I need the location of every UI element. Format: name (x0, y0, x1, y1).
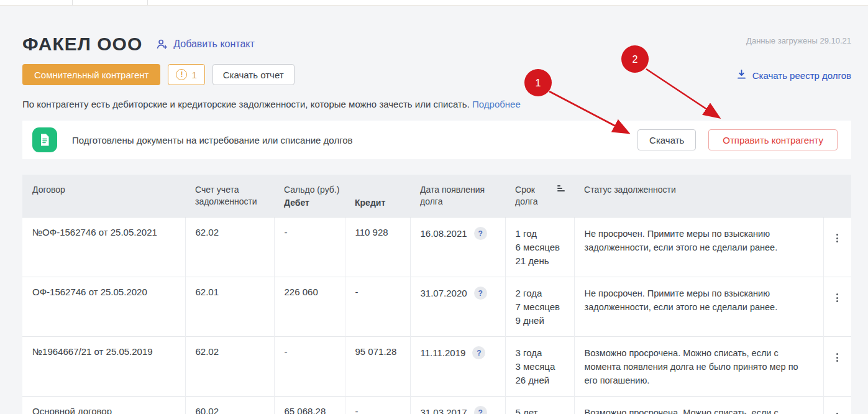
cell-contract: №1964667/21 от 25.05.2019 (22, 337, 185, 397)
cell-term: 1 год 6 месяцев 21 день (505, 218, 574, 277)
cell-status: Не просрочен. Примите меры по взысканию … (585, 229, 778, 252)
page-header: ФАКЕЛ ООО Добавить контакт Данные загруж… (22, 32, 851, 56)
cell-contract: №ОФ-1562746 от 25.05.2021 (22, 218, 185, 277)
page-title: ФАКЕЛ ООО (22, 32, 142, 56)
kebab-icon[interactable] (833, 292, 842, 304)
sort-icon[interactable] (557, 185, 565, 192)
data-loaded-label: Данные загружены 29.10.21 (746, 36, 851, 45)
tab-divider (72, 0, 73, 6)
col-header-date: Дата появления долга (410, 175, 505, 218)
badges-row: Сомнительный контрагент ! 1 Скачать отче… (22, 64, 851, 85)
cell-debit: 65 068.28 (274, 397, 345, 414)
cell-status: Не просрочен. Примите меры по взысканию … (585, 288, 778, 312)
warning-count-chip[interactable]: ! 1 (168, 64, 204, 85)
cell-contract: Основной договор (22, 397, 185, 414)
document-icon (32, 127, 57, 152)
cell-term: 3 года 3 месяца 26 дней (505, 337, 574, 397)
table-row: №ОФ-1562746 от 25.05.2021 62.02 - 110 92… (22, 218, 851, 277)
doubtful-contractor-badge: Сомнительный контрагент (22, 64, 160, 85)
cell-status: Возможно просрочена. Можно списать, если… (585, 348, 798, 385)
top-tab-bar (0, 0, 868, 6)
cell-term: 2 года 7 месяцев 9 дней (505, 277, 574, 337)
banner-download-button[interactable]: Скачать (637, 129, 696, 150)
cell-date: 11.11.2019 (421, 347, 466, 358)
table-row: Основной договор 60.02 65 068.28 - 31.03… (22, 397, 851, 414)
cell-date: 31.07.2020 (421, 288, 467, 298)
col-header-account: Счет учета задолженности (185, 175, 274, 218)
cell-credit: 110 928 (345, 218, 410, 277)
col-header-actions (823, 175, 851, 218)
cell-debit: 226 060 (274, 277, 345, 337)
cell-date: 31.03.2017 (421, 407, 467, 414)
send-to-contractor-button[interactable]: Отправить контрагенту (708, 129, 838, 150)
cell-account: 60.02 (185, 397, 274, 414)
cell-account: 62.02 (185, 218, 274, 277)
debts-table: Договор Счет учета задолженности Сальдо … (22, 175, 851, 414)
help-icon[interactable]: ? (474, 227, 487, 240)
col-header-contract: Договор (22, 175, 185, 218)
cell-account: 62.02 (185, 337, 274, 397)
help-icon[interactable]: ? (474, 406, 487, 414)
table-row: №1964667/21 от 25.05.2019 62.02 - 95 071… (22, 337, 851, 397)
main-content: ФАКЕЛ ООО Добавить контакт Данные загруж… (0, 6, 868, 414)
col-header-saldo-group: Сальдо (руб.) (274, 175, 410, 196)
banner-text: Подготовлены документы на истребование и… (72, 135, 353, 145)
notice-message: По контрагенту есть дебиторские и кредит… (22, 99, 470, 109)
col-header-term-label: Срок долга (515, 185, 537, 206)
cell-debit: - (274, 218, 345, 277)
add-contact-label: Добавить контакт (173, 39, 255, 50)
cell-credit: - (345, 397, 410, 414)
table-row: ОФ-1562746 от 25.05.2020 62.01 226 060 -… (22, 277, 851, 337)
kebab-icon[interactable] (833, 232, 842, 244)
download-report-button[interactable]: Скачать отчет (212, 64, 295, 85)
notice-more-link[interactable]: Подробнее (472, 99, 521, 109)
cell-contract: ОФ-1562746 от 25.05.2020 (22, 277, 185, 337)
col-header-credit: Кредит (345, 196, 410, 218)
tab-divider (147, 0, 148, 6)
col-header-term[interactable]: Срок долга (505, 175, 574, 218)
help-icon[interactable]: ? (474, 287, 487, 300)
warning-count: 1 (191, 70, 196, 80)
kebab-icon[interactable] (833, 351, 842, 364)
download-registry-link[interactable]: Скачать реестр долгов (736, 69, 851, 81)
download-icon (736, 69, 747, 81)
cell-debit: - (274, 337, 345, 397)
warning-icon: ! (176, 69, 187, 80)
cell-status: Возможно просрочена. Можно списать, если… (585, 408, 798, 414)
add-contact-button[interactable]: Добавить контакт (156, 38, 255, 50)
cell-term: 5 лет 11 месяцев 9 дней (505, 397, 574, 414)
documents-banner: Подготовлены документы на истребование и… (22, 121, 851, 159)
cell-date: 16.08.2021 (421, 228, 467, 239)
cell-credit: 95 071.28 (345, 337, 410, 397)
col-header-debit: Дебет (274, 196, 345, 218)
notice-text: По контрагенту есть дебиторские и кредит… (22, 99, 851, 109)
cell-credit: - (345, 277, 410, 337)
help-icon[interactable]: ? (472, 346, 485, 359)
add-contact-icon (156, 38, 168, 50)
kebab-icon[interactable] (833, 411, 842, 414)
download-registry-label: Скачать реестр долгов (752, 70, 851, 81)
col-header-status: Статус задолженности (574, 175, 823, 218)
cell-account: 62.01 (185, 277, 274, 337)
table-header: Договор Счет учета задолженности Сальдо … (22, 175, 851, 218)
